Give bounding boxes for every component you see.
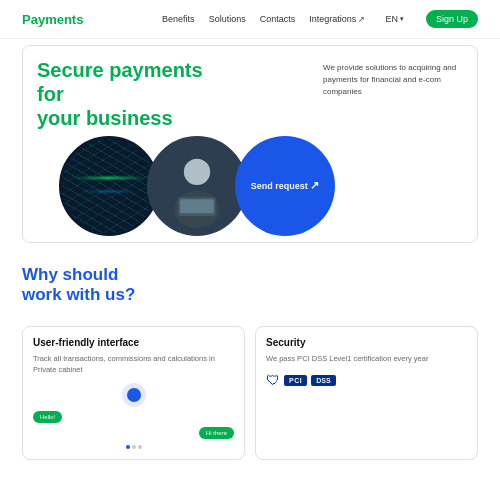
- chat-avatar-inner: [127, 388, 141, 402]
- chat-dots: [126, 445, 142, 449]
- nav-lang[interactable]: EN: [385, 14, 404, 24]
- svg-rect-4: [180, 199, 214, 213]
- server-lines: [62, 139, 156, 233]
- why-title: Why shouldwork with us?: [22, 265, 478, 306]
- hero-section: Secure payments foryour business We prov…: [22, 45, 478, 243]
- why-section: Why shouldwork with us?: [0, 249, 500, 316]
- card-security: Security We pass PCI DSS Level1 certific…: [255, 326, 478, 461]
- hero-top: Secure payments foryour business We prov…: [37, 58, 463, 130]
- pci-badge: 🛡 PCI DSS: [266, 372, 467, 388]
- chat-dot-1: [126, 445, 130, 449]
- page-wrapper: Payments Benefits Solutions Contacts Int…: [0, 0, 500, 500]
- neon-line-1: [71, 177, 146, 179]
- server-circle: [59, 136, 159, 236]
- chat-bubble-1: Hello!: [33, 411, 62, 423]
- card-desc-2: We pass PCI DSS Level1 certification eve…: [266, 353, 467, 364]
- nav-links: Benefits Solutions Contacts Integrations…: [162, 10, 478, 28]
- cta-circle[interactable]: Send request ↗: [235, 136, 335, 236]
- card-desc-1: Track all transactions, commissions and …: [33, 353, 234, 376]
- nav-link-integrations[interactable]: Integrations: [309, 14, 365, 24]
- dss-label: DSS: [311, 375, 335, 386]
- navbar: Payments Benefits Solutions Contacts Int…: [0, 0, 500, 39]
- neon-line-2: [81, 191, 137, 192]
- chat-illustration: Hello! Hi there: [33, 383, 234, 449]
- cards-row: User-friendly interface Track all transa…: [0, 316, 500, 461]
- nav-link-benefits[interactable]: Benefits: [162, 14, 195, 24]
- nav-logo[interactable]: Payments: [22, 12, 83, 27]
- chat-dot-2: [132, 445, 136, 449]
- hero-headline: Secure payments foryour business: [37, 58, 217, 130]
- chat-bubble-2: Hi there: [199, 427, 234, 439]
- nav-link-contacts[interactable]: Contacts: [260, 14, 296, 24]
- hero-description: We provide solutions to acquiring and pa…: [323, 62, 463, 98]
- send-request-text[interactable]: Send request ↗: [251, 178, 320, 193]
- person-svg: [150, 139, 244, 233]
- nav-link-solutions[interactable]: Solutions: [209, 14, 246, 24]
- circles-row: Send request ↗: [37, 130, 463, 242]
- card-title-1: User-friendly interface: [33, 337, 234, 348]
- hero-inner: Secure payments foryour business We prov…: [23, 46, 477, 242]
- pci-label: PCI: [284, 375, 307, 386]
- shield-icon: 🛡: [266, 372, 280, 388]
- card-title-2: Security: [266, 337, 467, 348]
- card-user-friendly: User-friendly interface Track all transa…: [22, 326, 245, 461]
- person-circle: [147, 136, 247, 236]
- chat-dot-3: [138, 445, 142, 449]
- svg-point-1: [184, 159, 210, 185]
- nav-signup-button[interactable]: Sign Up: [426, 10, 478, 28]
- chat-avatar: [122, 383, 146, 407]
